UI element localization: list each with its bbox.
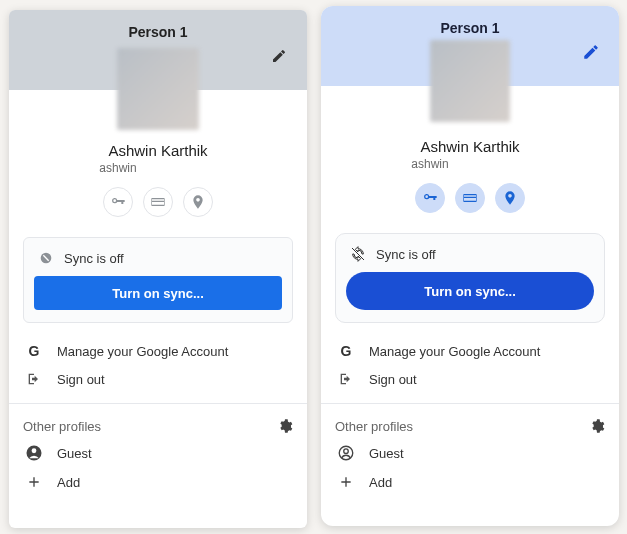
payments-chip[interactable] [455,183,485,213]
email: ashwin [321,157,619,171]
profile-title: Person 1 [9,10,307,40]
plus-icon [25,474,43,490]
sign-out-link[interactable]: Sign out [335,365,605,393]
person-outline-icon [337,444,355,462]
manage-account-link[interactable]: G Manage your Google Account [23,337,293,365]
account-links: G Manage your Google Account Sign out [335,337,605,393]
add-label: Add [57,475,80,490]
plus-icon [337,474,355,490]
key-icon [422,190,438,206]
name-block: Ashwin Karthik ashwin [9,142,307,175]
sync-status-row: Sync is off [346,244,594,272]
profile-title: Person 1 [321,6,619,36]
edit-button[interactable] [577,38,605,66]
other-profiles-block: Other profiles Guest Add [9,404,307,506]
svg-point-2 [32,448,37,453]
sync-status-label: Sync is off [376,247,436,262]
manage-account-label: Manage your Google Account [369,344,540,359]
display-name: Ashwin Karthik [9,142,307,159]
signout-icon [337,371,355,387]
profile-panel-left: Person 1 Ashwin Karthik ashwin Sync is o… [9,10,307,528]
other-profiles-title: Other profiles [23,419,101,434]
pin-icon [190,194,206,210]
addresses-chip[interactable] [495,183,525,213]
sync-box: Sync is off Turn on sync... [23,237,293,323]
email: ashwin [9,161,307,175]
manage-account-link[interactable]: G Manage your Google Account [335,337,605,365]
sign-out-label: Sign out [369,372,417,387]
addresses-chip[interactable] [183,187,213,217]
gear-icon [589,418,605,434]
sign-out-label: Sign out [57,372,105,387]
sync-status-label: Sync is off [64,251,124,266]
payments-chip[interactable] [143,187,173,217]
google-g-icon: G [337,343,355,359]
panel-header: Person 1 [9,10,307,90]
manage-profiles-button[interactable] [277,418,293,434]
guest-profile-link[interactable]: Guest [335,438,605,468]
account-links: G Manage your Google Account Sign out [23,337,293,393]
panel-header: Person 1 [321,6,619,86]
person-icon [25,444,43,462]
other-profiles-block: Other profiles Guest Add [321,404,619,506]
autofill-chips [321,183,619,213]
pencil-icon [582,43,600,61]
card-icon [150,194,166,210]
name-block: Ashwin Karthik ashwin [321,138,619,171]
guest-label: Guest [57,446,92,461]
passwords-chip[interactable] [415,183,445,213]
add-profile-link[interactable]: Add [335,468,605,496]
passwords-chip[interactable] [103,187,133,217]
manage-account-label: Manage your Google Account [57,344,228,359]
signout-icon [25,371,43,387]
sync-status-row: Sync is off [34,248,282,276]
google-g-icon: G [25,343,43,359]
key-icon [110,194,126,210]
other-profiles-header: Other profiles [23,414,293,438]
card-icon [462,190,478,206]
add-profile-link[interactable]: Add [23,468,293,496]
turn-on-sync-button[interactable]: Turn on sync... [346,272,594,310]
edit-button[interactable] [265,42,293,70]
sync-off-icon [38,250,54,266]
turn-on-sync-button[interactable]: Turn on sync... [34,276,282,310]
pencil-icon [271,48,287,64]
sync-box: Sync is off Turn on sync... [335,233,605,323]
other-profiles-header: Other profiles [335,414,605,438]
guest-label: Guest [369,446,404,461]
add-label: Add [369,475,392,490]
manage-profiles-button[interactable] [589,418,605,434]
pin-icon [502,190,518,206]
sign-out-link[interactable]: Sign out [23,365,293,393]
avatar [430,40,510,122]
autofill-chips [9,187,307,217]
gear-icon [277,418,293,434]
profile-panel-right: Person 1 Ashwin Karthik ashwin Sync is o… [321,6,619,526]
guest-profile-link[interactable]: Guest [23,438,293,468]
svg-point-4 [344,449,349,454]
sync-off-icon [350,246,366,262]
other-profiles-title: Other profiles [335,419,413,434]
avatar [117,48,199,130]
display-name: Ashwin Karthik [321,138,619,155]
